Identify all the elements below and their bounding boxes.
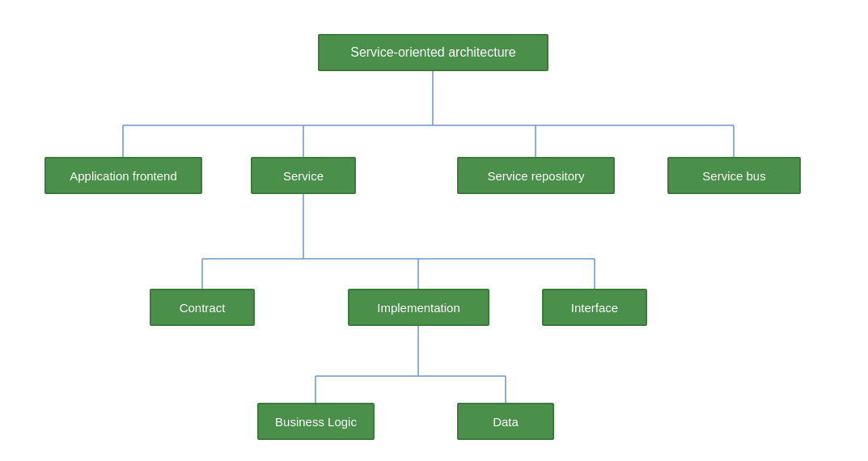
node-business-logic: Business Logic [257,403,375,440]
node-data: Data [457,403,554,440]
node-root: Service-oriented architecture [318,34,548,71]
node-interface: Interface [542,289,647,326]
node-app-frontend: Application frontend [44,157,202,194]
node-implementation: Implementation [348,289,489,326]
node-contract: Contract [150,289,255,326]
node-service-repo: Service repository [457,157,615,194]
node-service: Service [251,157,356,194]
diagram-container: Service-oriented architecture Applicatio… [0,0,868,461]
node-service-bus: Service bus [667,157,801,194]
